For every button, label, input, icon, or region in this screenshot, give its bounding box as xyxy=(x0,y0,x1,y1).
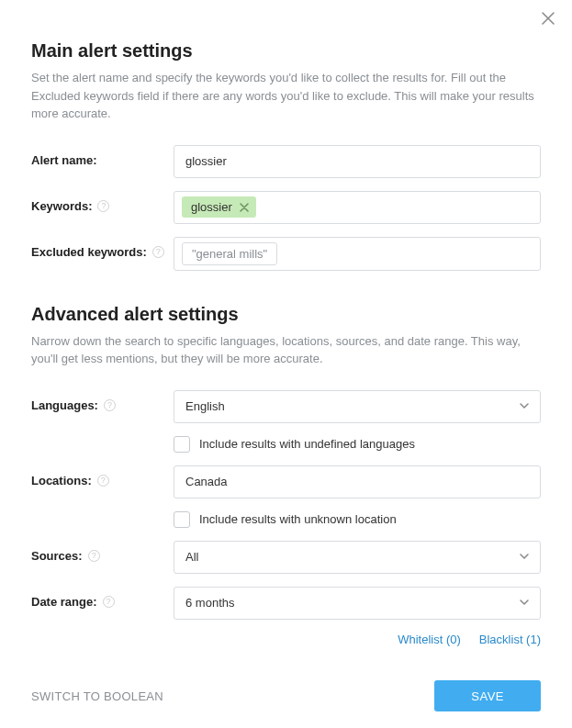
main-settings-description: Set the alert name and specify the keywo… xyxy=(31,69,541,123)
keywords-input[interactable]: glossier xyxy=(174,191,541,224)
excluded-keywords-input[interactable]: "general mills" xyxy=(174,237,541,271)
include-unknown-location-label: Include results with unknown location xyxy=(199,512,397,526)
include-undefined-languages-checkbox[interactable] xyxy=(174,436,190,453)
excluded-keywords-label: Excluded keywords: ? xyxy=(31,237,174,259)
blacklist-link[interactable]: Blacklist (1) xyxy=(479,633,541,646)
keywords-label: Keywords: ? xyxy=(31,191,174,213)
date-range-select[interactable]: 6 months xyxy=(174,587,541,620)
close-icon[interactable] xyxy=(541,11,555,29)
languages-label-text: Languages: xyxy=(31,398,98,412)
include-unknown-location-checkbox[interactable] xyxy=(174,511,190,528)
keyword-tag: glossier xyxy=(182,196,256,218)
sources-label: Sources: ? xyxy=(31,541,174,563)
alert-name-label-text: Alert name: xyxy=(31,153,97,167)
save-button[interactable]: SAVE xyxy=(434,680,541,711)
languages-value: English xyxy=(185,399,225,413)
excluded-placeholder-pill: "general mills" xyxy=(182,242,277,265)
date-range-label: Date range: ? xyxy=(31,587,174,609)
help-icon[interactable]: ? xyxy=(104,399,116,411)
locations-label-text: Locations: xyxy=(31,474,92,487)
include-undefined-languages-label: Include results with undefined languages xyxy=(199,437,415,451)
remove-tag-icon[interactable] xyxy=(238,201,251,214)
locations-label: Locations: ? xyxy=(31,465,174,487)
sources-select[interactable]: All xyxy=(174,541,541,574)
alert-name-input[interactable] xyxy=(174,145,541,178)
advanced-settings-title: Advanced alert settings xyxy=(31,304,541,325)
sources-label-text: Sources: xyxy=(31,549,83,563)
help-icon[interactable]: ? xyxy=(88,550,100,562)
sources-value: All xyxy=(185,550,198,564)
switch-to-boolean-link[interactable]: SWITCH TO BOOLEAN xyxy=(31,689,163,703)
keyword-tag-text: glossier xyxy=(191,200,232,214)
excluded-keywords-label-text: Excluded keywords: xyxy=(31,245,147,259)
date-range-label-text: Date range: xyxy=(31,595,97,609)
date-range-value: 6 months xyxy=(185,596,234,610)
help-icon[interactable]: ? xyxy=(152,246,164,258)
main-settings-title: Main alert settings xyxy=(31,40,541,62)
help-icon[interactable]: ? xyxy=(97,475,109,487)
advanced-settings-description: Narrow down the search to specific langu… xyxy=(31,332,541,368)
whitelist-link[interactable]: Whitelist (0) xyxy=(398,633,461,646)
keywords-label-text: Keywords: xyxy=(31,199,92,213)
help-icon[interactable]: ? xyxy=(97,200,109,212)
alert-name-label: Alert name: xyxy=(31,145,174,167)
languages-select[interactable]: English xyxy=(174,390,541,423)
languages-label: Languages: ? xyxy=(31,390,174,412)
help-icon[interactable]: ? xyxy=(103,596,115,608)
locations-input[interactable] xyxy=(174,465,541,498)
